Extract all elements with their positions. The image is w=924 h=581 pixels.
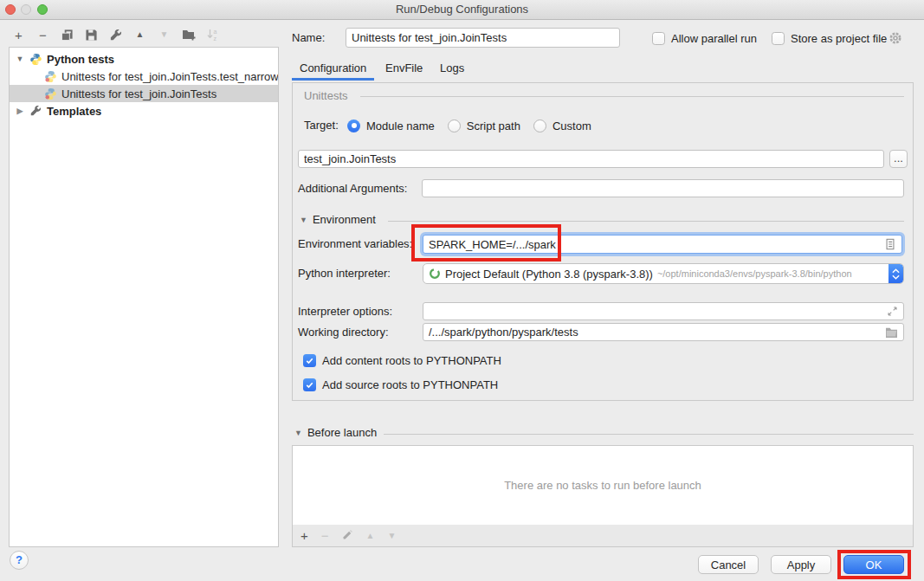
edit-templates-icon[interactable] xyxy=(108,28,123,42)
environment-variables-input[interactable]: SPARK_HOME=/.../spark xyxy=(423,235,902,254)
name-value: Unittests for test_join.JoinTests xyxy=(352,31,614,44)
before-launch-separator-line xyxy=(384,434,914,435)
environment-section-header[interactable]: ▼ Environment xyxy=(300,213,376,226)
target-module-value: test_join.JoinTests xyxy=(304,152,878,165)
dropdown-stepper-icon[interactable] xyxy=(888,264,903,283)
checkbox-checked-icon[interactable] xyxy=(303,354,316,367)
python-interpreter-select[interactable]: Project Default (Python 3.8 (pyspark-3.8… xyxy=(423,263,904,284)
cancel-button[interactable]: Cancel xyxy=(698,555,759,574)
radio-selected-icon[interactable] xyxy=(347,119,360,132)
new-folder-icon[interactable] xyxy=(181,28,196,42)
before-launch-section-header[interactable]: ▼ Before launch xyxy=(294,426,377,439)
active-tab-underline xyxy=(292,78,374,81)
help-button[interactable]: ? xyxy=(10,551,29,570)
chevron-down-icon[interactable]: ▼ xyxy=(15,55,25,63)
ok-button[interactable]: OK xyxy=(843,555,904,574)
configurations-tree: ▼ Python tests Unittests for test_join.J… xyxy=(9,47,279,547)
radio-unselected-icon[interactable] xyxy=(533,119,546,132)
before-launch-title: Before launch xyxy=(307,426,377,439)
checkbox-unchecked-icon[interactable] xyxy=(772,32,785,45)
allow-parallel-run-label: Allow parallel run xyxy=(671,32,757,45)
move-task-down-button: ▼ xyxy=(387,532,396,540)
python-interpreter-value: Project Default (Python 3.8 (pyspark-3.8… xyxy=(445,268,653,281)
environment-section-title: Environment xyxy=(313,213,376,226)
python-interpreter-path: ~/opt/miniconda3/envs/pyspark-3.8/bin/py… xyxy=(657,268,852,279)
additional-arguments-input[interactable] xyxy=(422,179,904,197)
working-directory-value: /.../spark/python/pyspark/tests xyxy=(429,326,881,339)
add-configuration-button[interactable]: + xyxy=(11,28,26,42)
working-directory-input[interactable]: /.../spark/python/pyspark/tests xyxy=(423,323,904,341)
checkbox-unchecked-icon[interactable] xyxy=(652,32,665,45)
tree-item-templates[interactable]: ▶ Templates xyxy=(10,102,278,119)
python-test-icon xyxy=(44,87,57,100)
tree-item-label: Unittests for test_join.JoinTests.test_n… xyxy=(61,70,279,83)
browse-button[interactable]: ... xyxy=(889,150,908,168)
before-launch-toolbar: + − ▲ ▼ xyxy=(292,525,914,547)
allow-parallel-run-checkbox[interactable]: Allow parallel run xyxy=(652,29,757,48)
environment-separator-line xyxy=(388,221,904,222)
gear-icon[interactable] xyxy=(888,31,902,48)
wrench-icon xyxy=(29,105,42,118)
expand-field-icon[interactable] xyxy=(887,306,898,317)
radio-label: Module name xyxy=(366,119,435,132)
checkbox-checked-icon[interactable] xyxy=(303,378,316,391)
python-icon xyxy=(29,53,42,66)
zoom-window-button[interactable] xyxy=(37,4,48,15)
store-as-project-file-checkbox[interactable]: Store as project file xyxy=(772,29,887,48)
tree-item-unittests-jointests-selected[interactable]: Unittests for test_join.JoinTests xyxy=(10,85,278,102)
tree-item-unittests-test-narrow[interactable]: Unittests for test_join.JoinTests.test_n… xyxy=(10,68,278,85)
before-launch-task-list: There are no tasks to run before launch xyxy=(292,445,914,526)
titlebar: Run/Debug Configurations xyxy=(0,0,924,20)
name-label: Name: xyxy=(292,29,325,47)
copy-configuration-icon[interactable] xyxy=(60,28,74,42)
add-content-roots-checkbox[interactable]: Add content roots to PYTHONPATH xyxy=(303,351,501,370)
additional-arguments-label: Additional Arguments: xyxy=(298,180,407,197)
move-task-up-button: ▲ xyxy=(366,532,375,540)
store-as-project-file-label: Store as project file xyxy=(791,32,887,45)
folder-icon[interactable] xyxy=(885,326,898,338)
add-source-roots-label: Add source roots to PYTHONPATH xyxy=(322,378,498,391)
tree-item-label: Templates xyxy=(47,105,101,118)
target-label: Target: xyxy=(304,117,339,134)
apply-button[interactable]: Apply xyxy=(771,555,831,574)
radio-label: Custom xyxy=(552,119,591,132)
add-task-button[interactable]: + xyxy=(300,529,308,542)
unittests-group-title: Unittests xyxy=(304,87,348,105)
tree-item-label: Unittests for test_join.JoinTests xyxy=(61,87,216,100)
configuration-panel: Unittests Target: Module name Script pat… xyxy=(292,82,914,401)
add-content-roots-label: Add content roots to PYTHONPATH xyxy=(322,354,501,367)
sort-configurations-icon: az xyxy=(205,28,220,42)
add-source-roots-checkbox[interactable]: Add source roots to PYTHONPATH xyxy=(303,375,498,394)
edit-task-icon xyxy=(342,529,353,543)
target-radio-group: Module name Script path Custom xyxy=(347,117,591,134)
radio-custom[interactable]: Custom xyxy=(533,119,591,132)
svg-text:a: a xyxy=(213,29,216,35)
window-title: Run/Debug Configurations xyxy=(0,0,924,19)
chevron-down-icon[interactable]: ▼ xyxy=(294,429,302,437)
browse-variables-icon[interactable] xyxy=(884,238,896,250)
svg-text:z: z xyxy=(213,36,216,42)
configurations-toolbar: + − ▲ ▼ az xyxy=(11,26,220,43)
before-launch-empty-text: There are no tasks to run before launch xyxy=(504,479,701,492)
working-directory-label: Working directory: xyxy=(298,324,389,341)
tree-item-python-tests[interactable]: ▼ Python tests xyxy=(10,50,278,68)
save-configuration-icon[interactable] xyxy=(84,28,99,42)
remove-configuration-button[interactable]: − xyxy=(36,28,50,42)
radio-module-name[interactable]: Module name xyxy=(347,119,435,132)
radio-unselected-icon[interactable] xyxy=(448,119,461,132)
name-input[interactable]: Unittests for test_join.JoinTests xyxy=(346,28,620,48)
tab-configuration[interactable]: Configuration xyxy=(300,61,366,74)
target-module-input[interactable]: test_join.JoinTests xyxy=(298,150,884,168)
interpreter-options-label: Interpreter options: xyxy=(298,303,392,320)
interpreter-options-input[interactable] xyxy=(423,302,904,320)
conda-environment-icon xyxy=(429,268,441,280)
close-window-button[interactable] xyxy=(5,4,16,15)
chevron-down-icon[interactable]: ▼ xyxy=(300,216,307,224)
move-up-button[interactable]: ▲ xyxy=(132,28,147,42)
radio-script-path[interactable]: Script path xyxy=(448,119,520,132)
tab-logs[interactable]: Logs xyxy=(440,61,464,74)
tab-envfile[interactable]: EnvFile xyxy=(385,61,423,74)
python-test-icon xyxy=(44,70,57,83)
group-separator-line xyxy=(360,96,904,97)
chevron-right-icon[interactable]: ▶ xyxy=(15,107,25,115)
